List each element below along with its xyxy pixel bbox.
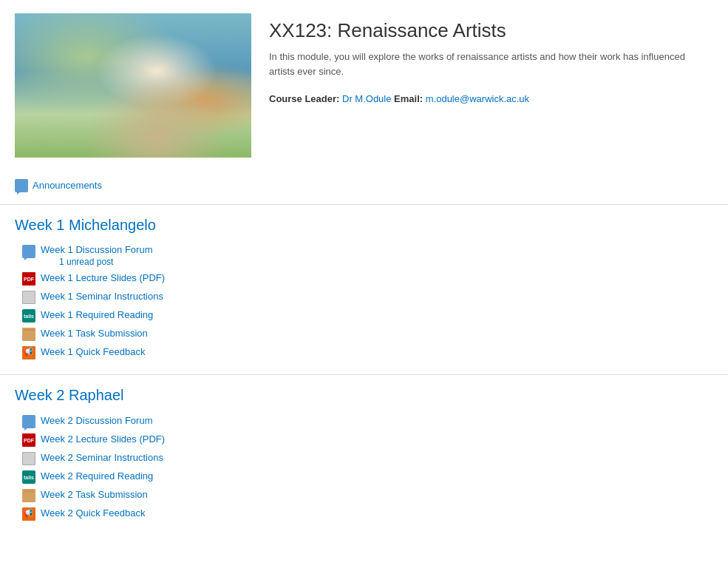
item-link-wrapper: Week 1 Discussion Forum1 unread post [41, 244, 152, 267]
item-link-seminar[interactable]: Week 1 Seminar Instructions [41, 291, 163, 302]
discussion-icon [22, 415, 35, 428]
week-1-item-4: talisWeek 1 Required Reading [22, 308, 713, 323]
announcements-section: Announcements [0, 171, 728, 204]
reading-icon: talis [22, 470, 35, 484]
task-icon [22, 328, 35, 341]
item-link-discussion[interactable]: Week 2 Discussion Forum [41, 415, 152, 426]
item-link-wrapper: Week 2 Seminar Instructions [41, 451, 163, 463]
course-header: XX123: Renaissance Artists In this modul… [0, 0, 728, 171]
week-1-item-5: Week 1 Task Submission [22, 327, 713, 341]
item-link-wrapper: Week 2 Lecture Slides (PDF) [41, 433, 165, 445]
list-item: talisWeek 1 Required Reading [22, 308, 713, 323]
item-link-wrapper: Week 1 Quick Feedback [41, 345, 145, 357]
item-link-wrapper: Week 1 Seminar Instructions [41, 290, 163, 302]
task-icon [22, 489, 35, 502]
item-link-wrapper: Week 1 Task Submission [41, 327, 148, 339]
list-item: talisWeek 2 Required Reading [22, 470, 713, 484]
course-info: XX123: Renaissance Artists In this modul… [269, 13, 713, 104]
week-2-item-3: Week 2 Seminar Instructions [22, 451, 713, 465]
week-section-2: Week 2 RaphaelWeek 2 Discussion ForumPDF… [0, 375, 728, 536]
item-link-reading[interactable]: Week 2 Required Reading [41, 470, 153, 482]
week-2-item-4: talisWeek 2 Required Reading [22, 470, 713, 484]
item-link-feedback[interactable]: Week 2 Quick Feedback [41, 507, 145, 519]
list-item: Week 2 Task Submission [22, 488, 713, 502]
item-link-feedback[interactable]: Week 1 Quick Feedback [41, 346, 145, 357]
list-item: Week 2 Quick Feedback [22, 507, 713, 521]
week-2-title: Week 2 Raphael [15, 387, 713, 404]
week-1-item-2: PDFWeek 1 Lecture Slides (PDF) [22, 271, 713, 286]
list-item: Week 1 Task Submission [22, 327, 713, 341]
item-link-task[interactable]: Week 2 Task Submission [41, 489, 148, 500]
week-1-items: Week 1 Discussion Forum1 unread postPDFW… [15, 244, 713, 359]
unread-badge: 1 unread post [41, 257, 152, 267]
week-section-1: Week 1 MichelangeloWeek 1 Discussion For… [0, 205, 728, 374]
announcements-icon [15, 179, 28, 192]
item-link-wrapper: Week 1 Required Reading [41, 308, 153, 320]
course-leader-info: Course Leader: Dr M.Odule Email: m.odule… [269, 93, 713, 104]
pdf-icon: PDF [22, 433, 35, 447]
course-description: In this module, you will explore the wor… [269, 50, 713, 78]
week-1-item-6: Week 1 Quick Feedback [22, 345, 713, 359]
week-1-item-1: Week 1 Discussion Forum1 unread post [22, 244, 713, 267]
course-email[interactable]: m.odule@warwick.ac.uk [426, 93, 529, 104]
item-link-wrapper: Week 2 Discussion Forum [41, 414, 152, 426]
course-image [15, 13, 251, 158]
item-link-wrapper: Week 1 Lecture Slides (PDF) [41, 271, 165, 283]
pdf-icon: PDF [22, 272, 35, 286]
announcements-label: Announcements [33, 180, 102, 191]
course-leader-name[interactable]: Dr M.Odule [342, 93, 391, 104]
email-label: Email: [394, 93, 423, 104]
item-link-wrapper: Week 2 Task Submission [41, 488, 148, 500]
feedback-icon [22, 507, 35, 521]
item-link-discussion[interactable]: Week 1 Discussion Forum [41, 244, 152, 255]
reading-icon: talis [22, 309, 35, 323]
week-1-item-3: Week 1 Seminar Instructions [22, 290, 713, 304]
week-2-item-1: Week 2 Discussion Forum [22, 414, 713, 428]
course-title: XX123: Renaissance Artists [269, 19, 713, 42]
week-2-item-2: PDFWeek 2 Lecture Slides (PDF) [22, 433, 713, 447]
item-link-seminar[interactable]: Week 2 Seminar Instructions [41, 452, 163, 463]
item-link-wrapper: Week 2 Required Reading [41, 470, 153, 482]
list-item: Week 2 Seminar Instructions [22, 451, 713, 465]
week-2-item-5: Week 2 Task Submission [22, 488, 713, 502]
weeks-container: Week 1 MichelangeloWeek 1 Discussion For… [0, 205, 728, 536]
week-2-item-6: Week 2 Quick Feedback [22, 507, 713, 521]
week-2-items: Week 2 Discussion ForumPDFWeek 2 Lecture… [15, 414, 713, 521]
list-item: PDFWeek 2 Lecture Slides (PDF) [22, 433, 713, 447]
list-item: PDFWeek 1 Lecture Slides (PDF) [22, 271, 713, 286]
week-1-title: Week 1 Michelangelo [15, 217, 713, 234]
list-item: Week 1 Discussion Forum1 unread post [22, 244, 713, 267]
list-item: Week 1 Seminar Instructions [22, 290, 713, 304]
feedback-icon [22, 346, 35, 359]
seminar-icon [22, 452, 35, 465]
item-link-pdf[interactable]: Week 1 Lecture Slides (PDF) [41, 272, 165, 283]
seminar-icon [22, 291, 35, 304]
announcements-link[interactable]: Announcements [15, 178, 713, 192]
item-link-reading[interactable]: Week 1 Required Reading [41, 309, 153, 320]
list-item: Week 2 Discussion Forum [22, 414, 713, 428]
list-item: Week 1 Quick Feedback [22, 345, 713, 359]
item-link-task[interactable]: Week 1 Task Submission [41, 328, 148, 339]
course-leader-label: Course Leader: [269, 93, 339, 104]
item-link-pdf[interactable]: Week 2 Lecture Slides (PDF) [41, 433, 165, 445]
discussion-icon [22, 245, 35, 258]
item-link-wrapper: Week 2 Quick Feedback [41, 507, 145, 519]
